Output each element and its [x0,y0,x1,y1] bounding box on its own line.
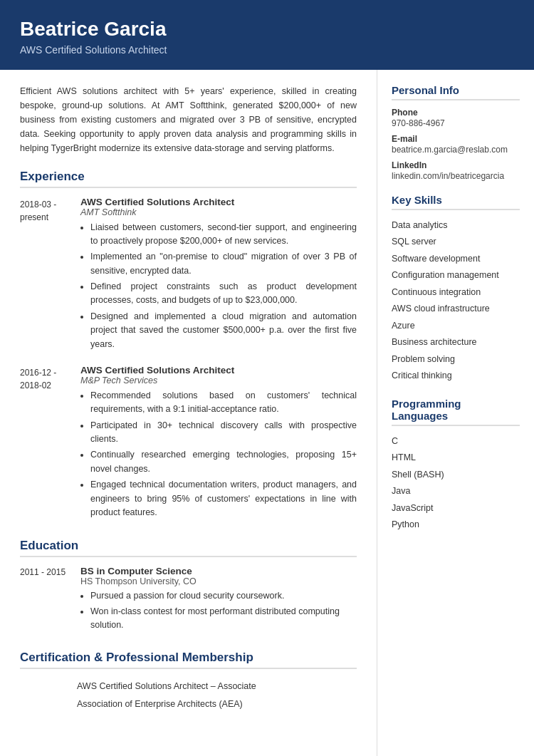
bullet-2-1: Recommended solutions based on customers… [90,389,357,417]
cert-item-2: Association of Enterprise Architects (AE… [20,695,357,713]
lang-5: JavaScript [392,500,520,517]
key-skills-title: Key Skills [392,194,520,210]
job-content-2: AWS Certified Solutions Architect M&P Te… [80,365,357,522]
candidate-name: Beatrice Garcia [20,17,514,41]
education-title: Education [20,539,357,557]
skill-5: Continuous integration [392,284,520,301]
bullet-1-3: Defined project constraints such as prod… [90,280,357,308]
skill-9: Problem solving [392,351,520,368]
job-dates-1: 2018-03 - present [20,197,80,353]
lang-4: Java [392,483,520,500]
email-label: E-mail [392,134,520,144]
lang-3: Shell (BASH) [392,467,520,484]
certification-title: Certification & Professional Membership [20,651,357,669]
personal-info-section: Personal Info Phone 970-886-4967 E-mail … [392,84,520,181]
left-column: Efficient AWS solutions architect with 5… [0,70,377,756]
skill-8: Business architecture [392,334,520,351]
bullet-1-4: Designed and implemented a cloud migrati… [90,310,357,351]
education-section: Education 2011 - 2015 BS in Computer Sci… [20,539,357,633]
certification-section: Certification & Professional Membership … [20,651,357,713]
body: Efficient AWS solutions architect with 5… [0,70,534,756]
phone-label: Phone [392,108,520,118]
lang-6: Python [392,517,520,534]
job-company-1: AMT Softthink [80,207,357,217]
skill-3: Software development [392,251,520,268]
programming-languages-section: Programming Languages C HTML Shell (BASH… [392,398,520,534]
email-value: beatrice.m.garcia@reslab.com [392,145,520,155]
edu-school-1: HS Thompson University, CO [80,576,357,586]
bullet-1-2: Implemented an "on-premise to cloud" mig… [90,250,357,278]
linkedin-value: linkedin.com/in/beatricegarcia [392,171,520,181]
skill-1: Data analytics [392,217,520,234]
bullet-2-4: Engaged technical documentation writers,… [90,478,357,519]
job-dates-2: 2016-12 - 2018-02 [20,365,80,522]
header: Beatrice Garcia AWS Certified Solutions … [0,0,534,70]
skill-7: Azure [392,318,520,335]
phone-value: 970-886-4967 [392,118,520,128]
resume-container: Beatrice Garcia AWS Certified Solutions … [0,0,534,756]
job-bullets-1: Liaised between customers, second-tier s… [80,221,357,351]
experience-title: Experience [20,170,357,188]
job-content-1: AWS Certified Solutions Architect AMT So… [80,197,357,353]
job-title-1: AWS Certified Solutions Architect [80,197,357,207]
lang-1: C [392,433,520,450]
bullet-2-3: Continually researched emerging technolo… [90,448,357,476]
candidate-title: AWS Certified Solutions Architect [20,44,514,56]
experience-section: Experience 2018-03 - present AWS Certifi… [20,170,357,522]
lang-2: HTML [392,450,520,467]
edu-bullets-1: Pursued a passion for cloud security cou… [80,589,357,632]
right-column: Personal Info Phone 970-886-4967 E-mail … [377,70,534,756]
bullet-2-2: Participated in 30+ technical discovery … [90,419,357,447]
job-entry-1: 2018-03 - present AWS Certified Solution… [20,197,357,353]
edu-bullet-1: Pursued a passion for cloud security cou… [90,589,357,603]
edu-content-1: BS in Computer Science HS Thompson Unive… [80,566,357,633]
bullet-1-1: Liaised between customers, second-tier s… [90,221,357,249]
key-skills-section: Key Skills Data analytics SQL server Sof… [392,194,520,385]
programming-languages-title: Programming Languages [392,398,520,426]
job-entry-2: 2016-12 - 2018-02 AWS Certified Solution… [20,365,357,522]
job-title-2: AWS Certified Solutions Architect [80,365,357,376]
skill-2: SQL server [392,234,520,251]
job-company-2: M&P Tech Services [80,376,357,385]
skill-10: Critical thinking [392,368,520,385]
summary-text: Efficient AWS solutions architect with 5… [20,84,357,155]
linkedin-label: LinkedIn [392,160,520,170]
edu-entry-1: 2011 - 2015 BS in Computer Science HS Th… [20,566,357,633]
skill-4: Configuration management [392,267,520,284]
job-bullets-2: Recommended solutions based on customers… [80,389,357,519]
edu-degree-1: BS in Computer Science [80,566,357,576]
skill-6: AWS cloud infrastructure [392,301,520,318]
personal-info-title: Personal Info [392,84,520,100]
edu-dates-1: 2011 - 2015 [20,566,80,633]
cert-list: AWS Certified Solutions Architect – Asso… [20,678,357,713]
edu-bullet-2: Won in-class contest for most performant… [90,605,357,633]
cert-item-1: AWS Certified Solutions Architect – Asso… [20,678,357,695]
